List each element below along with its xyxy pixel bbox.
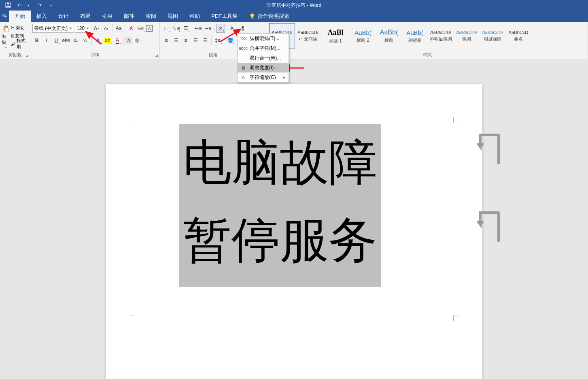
grow-font-button[interactable]: A▴ xyxy=(92,24,101,33)
dropdown-item-icon: ▦ xyxy=(240,64,246,71)
style-item[interactable]: AaBl标题 1 xyxy=(321,23,350,49)
undo-icon[interactable]: ↶ xyxy=(15,1,24,10)
enclose-characters-button[interactable]: ㊝ xyxy=(133,36,142,45)
style-item[interactable]: AaBb(标题 xyxy=(376,23,402,49)
style-item[interactable]: AaBbCcDı明显强调 xyxy=(480,23,505,49)
line-spacing-button[interactable]: ‡≡ xyxy=(213,36,222,45)
titlebar: ↶ ▾ ↷ ▾ 垂直居中对齐技巧 - Word xyxy=(0,0,588,11)
shrink-font-button[interactable]: A▾ xyxy=(102,24,110,33)
cut-button[interactable]: ✂剪切 xyxy=(11,24,28,31)
highlight-button[interactable]: ab xyxy=(103,36,112,45)
style-item[interactable]: AaBbCcDı不明显强调 xyxy=(428,23,454,49)
style-preview: AaBb( xyxy=(354,29,371,36)
dropdown-item[interactable]: 双行合一(W)... xyxy=(238,53,289,63)
style-item[interactable]: AaBbCcDı↵ 无间隔 xyxy=(295,23,321,49)
dropdown-item-label: 纵横混排(T)... xyxy=(250,35,279,42)
dropdown-item[interactable]: abcd合并字符(M)... xyxy=(238,43,289,53)
change-case-button[interactable]: Aa xyxy=(114,24,123,33)
justify-button[interactable]: ☰ xyxy=(191,36,200,45)
style-item[interactable]: AaBb(标题 2 xyxy=(350,23,376,49)
tell-me-label: 操作说明搜索 xyxy=(258,13,289,20)
tab-mailings[interactable]: 邮件 xyxy=(118,11,140,22)
margin-corner-bl xyxy=(129,315,135,321)
decrease-indent-button[interactable]: ⇤≡ xyxy=(194,24,203,33)
font-launcher-icon[interactable]: ◢ xyxy=(155,53,158,57)
window-title: 垂直居中对齐技巧 - Word xyxy=(267,2,321,9)
tab-review[interactable]: 审阅 xyxy=(140,11,162,22)
ribbon-tabs: 件 开始 插入 设计 布局 引用 邮件 审阅 视图 帮助 PDF工具集 💡 操作… xyxy=(0,11,588,22)
style-preview: AaBb( xyxy=(406,29,423,36)
tab-pdf-tools[interactable]: PDF工具集 xyxy=(206,11,243,22)
save-icon[interactable] xyxy=(3,1,13,10)
style-label: 标题 1 xyxy=(329,38,342,44)
tab-help[interactable]: 帮助 xyxy=(184,11,206,22)
numbering-button[interactable]: ⒈≡ xyxy=(172,24,180,33)
strikethrough-button[interactable]: abc xyxy=(62,36,70,45)
tab-home[interactable]: 开始 xyxy=(9,11,31,22)
paste-button[interactable]: 粘贴 ▾ xyxy=(2,23,10,49)
align-center-button[interactable]: ☰ xyxy=(172,36,180,45)
document-canvas[interactable]: 电脑故障 暂停服务 xyxy=(0,59,588,379)
tab-insert[interactable]: 插入 xyxy=(31,11,53,22)
shading-button[interactable]: 🪣 xyxy=(226,36,235,45)
style-item[interactable]: AaBbCcDı强调 xyxy=(454,23,480,49)
character-border-button[interactable]: A xyxy=(146,25,153,32)
align-right-button[interactable]: ≡ xyxy=(181,36,190,45)
paste-icon xyxy=(2,26,10,32)
tab-layout[interactable]: 布局 xyxy=(74,11,96,22)
redo-icon[interactable]: ↷ xyxy=(35,1,45,10)
document-line-2: 暂停服务 xyxy=(183,202,377,279)
font-color-button[interactable]: A xyxy=(113,36,122,45)
superscript-button[interactable]: x2 xyxy=(81,36,90,45)
margin-corner-tl xyxy=(129,117,135,123)
style-label: ↵ 无间隔 xyxy=(299,36,317,42)
svg-rect-4 xyxy=(5,26,7,27)
style-preview: AaBb( xyxy=(380,29,398,36)
dropdown-item[interactable]: A字符缩放(C) xyxy=(238,72,289,82)
style-item[interactable]: AaBbCcD要点 xyxy=(505,23,531,49)
clear-format-button[interactable]: A̷ xyxy=(127,24,136,33)
margin-corner-br xyxy=(453,315,459,321)
font-name-combo[interactable]: 等线 (中文正文)▼ xyxy=(32,24,74,33)
tab-references[interactable]: 引用 xyxy=(96,11,118,22)
asian-layout-button[interactable]: ✕ xyxy=(216,24,225,33)
subscript-button[interactable]: x2 xyxy=(71,36,80,45)
increase-indent-button[interactable]: ⇥≡ xyxy=(204,24,212,33)
tab-design[interactable]: 设计 xyxy=(53,11,74,22)
svg-rect-1 xyxy=(6,6,10,7)
paste-label: 粘贴 xyxy=(2,33,10,45)
clipboard-launcher-icon[interactable]: ◢ xyxy=(25,53,28,57)
tab-file[interactable]: 件 xyxy=(0,11,9,22)
quick-access-toolbar: ↶ ▾ ↷ ▾ xyxy=(0,1,59,10)
dropdown-item-label: 字符缩放(C) xyxy=(250,74,276,81)
text-selection[interactable]: 电脑故障 暂停服务 xyxy=(179,124,381,287)
multilevel-list-button[interactable]: ☰ xyxy=(181,24,190,33)
bullets-button[interactable]: ≔ xyxy=(162,24,171,33)
sort-button[interactable]: A↓ xyxy=(229,24,238,33)
style-label: 副标题 xyxy=(408,37,422,43)
tab-view[interactable]: 视图 xyxy=(162,11,184,22)
text-effects-button[interactable]: A xyxy=(93,36,102,45)
tell-me-search[interactable]: 💡 操作说明搜索 xyxy=(243,11,295,22)
phonetic-guide-button[interactable]: wén xyxy=(136,24,145,33)
italic-button[interactable]: I xyxy=(42,36,51,45)
font-size-combo[interactable]: 120▼ xyxy=(75,24,91,33)
scissors-icon: ✂ xyxy=(11,25,15,30)
dropdown-item[interactable]: ▦调整宽度(I)... xyxy=(238,63,289,72)
dropdown-item[interactable]: 123纵横混排(T)... xyxy=(238,34,289,43)
style-item[interactable]: AaBb(副标题 xyxy=(402,23,428,49)
qat-customize-icon[interactable]: ▾ xyxy=(46,1,56,10)
underline-button[interactable]: U xyxy=(52,36,61,45)
show-marks-button[interactable]: ¶ xyxy=(238,24,247,33)
style-preview: AaBbCcDı xyxy=(456,30,477,35)
paragraph-group-label: 段落 xyxy=(209,52,218,58)
character-shading-button[interactable]: A xyxy=(125,37,132,44)
undo-split-icon[interactable]: ▾ xyxy=(23,1,33,10)
group-styles: AaBbCcDı↵ 正文AaBbCcDı↵ 无间隔AaBl标题 1AaBb(标题… xyxy=(267,22,588,59)
style-label: 强调 xyxy=(462,36,471,42)
format-painter-button[interactable]: 🖌格式刷 xyxy=(11,40,28,47)
align-left-button[interactable]: ≡ xyxy=(162,36,171,45)
style-gallery[interactable]: AaBbCcDı↵ 正文AaBbCcDı↵ 无间隔AaBl标题 1AaBb(标题… xyxy=(269,23,586,49)
bold-button[interactable]: B xyxy=(32,36,41,45)
distribute-button[interactable]: ☰ xyxy=(201,36,210,45)
